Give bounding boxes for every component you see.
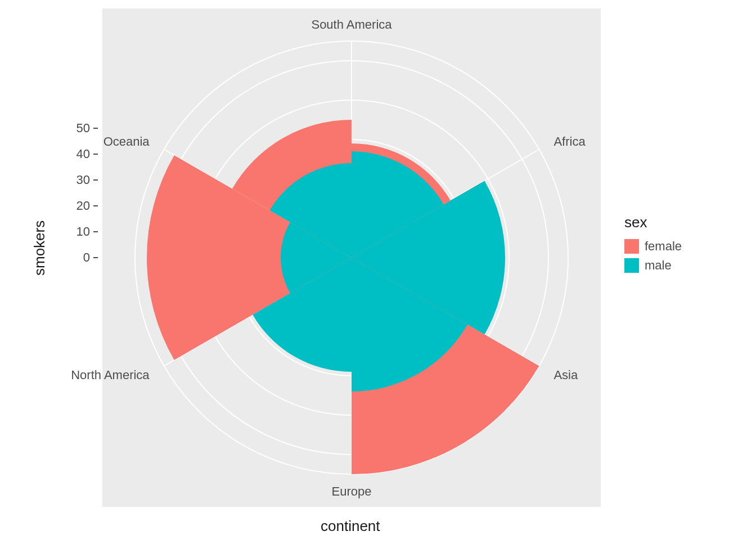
y-tick-mark bbox=[93, 257, 98, 258]
y-tick-mark bbox=[93, 154, 98, 155]
y-tick-mark bbox=[93, 179, 98, 181]
y-tick-label: 20 bbox=[68, 199, 90, 213]
category-label: Europe bbox=[307, 484, 397, 499]
swatch-female bbox=[624, 239, 639, 254]
category-label: North America bbox=[54, 368, 150, 382]
y-axis-title: smokers bbox=[31, 220, 48, 276]
y-tick-label: 10 bbox=[68, 224, 90, 239]
legend: sex female male bbox=[624, 214, 682, 277]
y-tick-label: 50 bbox=[68, 121, 90, 136]
legend-item-male: male bbox=[624, 258, 682, 273]
legend-title: sex bbox=[624, 214, 682, 231]
polar-plot bbox=[102, 8, 601, 507]
x-axis-title: continent bbox=[321, 518, 380, 535]
category-label: Oceania bbox=[54, 134, 150, 149]
y-tick-label: 0 bbox=[68, 250, 90, 265]
y-tick-label: 40 bbox=[68, 147, 90, 161]
legend-label-male: male bbox=[645, 258, 672, 273]
y-tick-mark bbox=[93, 205, 98, 206]
legend-item-female: female bbox=[624, 239, 682, 254]
category-label: Africa bbox=[554, 134, 585, 149]
category-label: Asia bbox=[554, 368, 578, 382]
chart-stage: smokers continent 01020304050 AfricaAsia… bbox=[0, 0, 756, 540]
y-tick-mark bbox=[93, 128, 98, 129]
y-tick-mark bbox=[93, 231, 98, 232]
swatch-male bbox=[624, 258, 639, 273]
legend-label-female: female bbox=[645, 239, 682, 254]
category-label: South America bbox=[307, 17, 397, 32]
y-tick-label: 30 bbox=[68, 173, 90, 187]
